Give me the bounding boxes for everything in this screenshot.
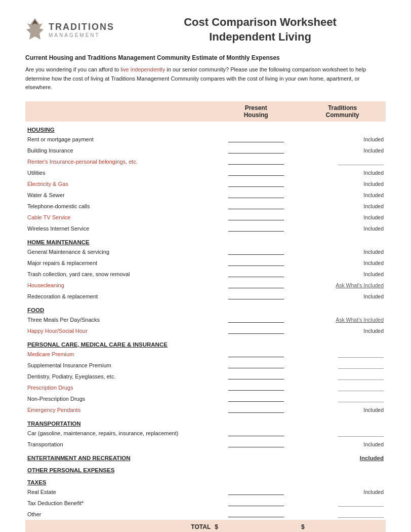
section-title: ENTERTAINMENT AND RECREATION [25, 450, 213, 462]
section-traditions-value [299, 122, 386, 134]
input-underline [228, 327, 284, 334]
traditions-value: Included [299, 325, 386, 336]
table-row: Non-Prescription Drugs [25, 393, 386, 404]
input-underline [228, 158, 284, 165]
present-input[interactable] [213, 486, 299, 498]
traditions-value: Ask What's Included [299, 280, 386, 291]
traditions-value [299, 156, 386, 167]
total-label: TOTAL [25, 520, 213, 532]
input-underline [228, 213, 284, 220]
item-label: Water & Sewer [25, 189, 213, 201]
table-row: Emergency PendantsIncluded [25, 404, 386, 415]
table-row: Cable TV ServiceIncluded [25, 212, 386, 223]
present-input[interactable] [213, 428, 299, 439]
present-input[interactable] [213, 246, 299, 257]
traditions-value: Included [299, 201, 386, 212]
present-input[interactable] [213, 156, 299, 167]
col-header-present: PresentHousing [213, 101, 299, 122]
table-row: Trash collection, yard care, snow remova… [25, 269, 386, 280]
item-label: Housecleaning [25, 280, 213, 291]
section-present-blank [213, 474, 299, 486]
table-row: Water & SewerIncluded [25, 189, 386, 201]
table-row: Wireless Internet ServiceIncluded [25, 223, 386, 234]
input-underline [228, 395, 284, 402]
total-row: TOTAL$$ [25, 520, 386, 532]
present-input[interactable] [213, 349, 299, 360]
col-header-traditions: TraditionsCommunity [299, 101, 386, 122]
traditions-value: Included [299, 246, 386, 257]
item-label: Electricity & Gas [25, 178, 213, 189]
table-row: Supplemental Insurance Premium [25, 360, 386, 371]
traditions-value [299, 382, 386, 393]
page-title: Cost Comparison Worksheet Independent Li… [135, 15, 386, 44]
table-row: Major repairs & replacementIncluded [25, 257, 386, 269]
present-input[interactable] [213, 223, 299, 234]
item-label: Tax Deduction Benefit* [25, 498, 213, 509]
present-input[interactable] [213, 201, 299, 212]
input-underline [228, 372, 284, 379]
input-underline [228, 440, 284, 447]
section-heading: Current Housing and Traditions Managemen… [25, 54, 386, 61]
present-input[interactable] [213, 212, 299, 223]
traditions-empty-line [338, 431, 384, 437]
input-underline [228, 499, 284, 506]
input-underline [228, 248, 284, 255]
table-row: General Maintenance & servicingIncluded [25, 246, 386, 257]
item-label: Wireless Internet Service [25, 223, 213, 234]
present-input[interactable] [213, 189, 299, 201]
section-header-row: HOME MAINTENANCE [25, 234, 386, 246]
input-underline [228, 135, 284, 142]
present-input[interactable] [213, 382, 299, 393]
present-input[interactable] [213, 178, 299, 189]
table-row: Happy Hour/Social HourIncluded [25, 325, 386, 336]
present-input[interactable] [213, 269, 299, 280]
traditions-value [299, 498, 386, 509]
section-title: PERSONAL CARE, MEDICAL CARE & INSURANCE [25, 336, 213, 349]
logo: TRADITIONS MANAGEMENT [25, 17, 114, 43]
present-input[interactable] [213, 145, 299, 156]
section-traditions-value [299, 302, 386, 314]
present-input[interactable] [213, 314, 299, 325]
traditions-empty-line [338, 396, 384, 402]
present-input[interactable] [213, 371, 299, 382]
present-input[interactable] [213, 291, 299, 302]
present-input[interactable] [213, 360, 299, 371]
item-label: Telephone-domestic calls [25, 201, 213, 212]
traditions-value [299, 509, 386, 520]
item-label: Prescription Drugs [25, 382, 213, 393]
section-traditions-value [299, 234, 386, 246]
item-label: Dentistry, Podiatry, Eyeglasses, etc. [25, 371, 213, 382]
input-underline [228, 488, 284, 495]
col-header-item [25, 101, 213, 122]
comparison-table: PresentHousing TraditionsCommunity HOUSI… [25, 101, 386, 532]
title-block: Cost Comparison Worksheet Independent Li… [135, 15, 386, 44]
input-underline [228, 406, 284, 413]
present-input[interactable] [213, 498, 299, 509]
table-row: Real EstateIncluded [25, 486, 386, 498]
table-row: Other [25, 509, 386, 520]
input-underline [228, 510, 284, 517]
present-input[interactable] [213, 439, 299, 450]
item-label: Other [25, 509, 213, 520]
traditions-value [299, 371, 386, 382]
table-row: Three Meals Per Day/SnacksAsk What's Inc… [25, 314, 386, 325]
present-input[interactable] [213, 257, 299, 269]
traditions-empty-line [338, 385, 384, 391]
table-row: Car (gasoline, maintenance, repairs, ins… [25, 428, 386, 439]
item-label: Car (gasoline, maintenance, repairs, ins… [25, 428, 213, 439]
traditions-empty-line [338, 512, 384, 518]
input-underline [228, 292, 284, 299]
present-input[interactable] [213, 167, 299, 178]
section-traditions-value: Included [299, 450, 386, 462]
present-input[interactable] [213, 393, 299, 404]
present-input[interactable] [213, 280, 299, 291]
input-underline [228, 270, 284, 277]
section-present-blank [213, 415, 299, 428]
section-header-row: FOOD [25, 302, 386, 314]
present-input[interactable] [213, 404, 299, 415]
present-input[interactable] [213, 509, 299, 520]
present-input[interactable] [213, 134, 299, 145]
traditions-value: Included [299, 212, 386, 223]
present-input[interactable] [213, 325, 299, 336]
page-header: TRADITIONS MANAGEMENT Cost Comparison Wo… [25, 15, 386, 44]
